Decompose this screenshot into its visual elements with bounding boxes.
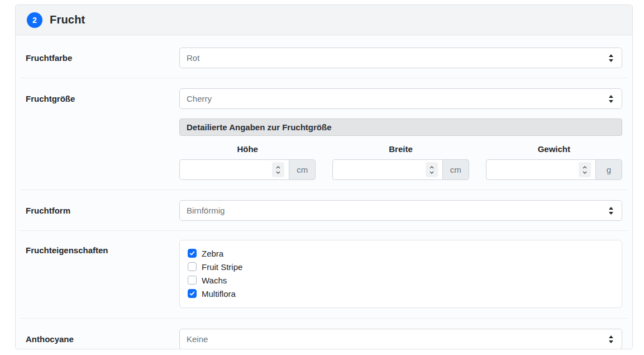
- gewicht-label: Gewicht: [486, 144, 622, 154]
- select-arrows-icon: [608, 94, 614, 103]
- multiflora-checkbox-label: Multiflora: [202, 289, 236, 299]
- gewicht-unit-label: g: [595, 159, 622, 180]
- fruchtfarbe-label: Fruchtfarbe: [26, 48, 179, 63]
- fruchtform-select-value: Birnförmig: [187, 206, 225, 215]
- fruchteigenschaften-panel: Zebra Fruit Stripe: [179, 240, 622, 308]
- form-row-fruchtform: Fruchtform Birnförmig: [20, 190, 628, 230]
- frucht-section-card: 2 Frucht Fruchtfarbe Rot: [15, 4, 633, 349]
- fruit-stripe-checkbox-label: Fruit Stripe: [202, 262, 242, 272]
- detail-col-gewicht: Gewicht: [486, 144, 622, 180]
- checkbox-item-wachs[interactable]: Wachs: [188, 273, 614, 287]
- form-row-fruchtfarbe: Fruchtfarbe Rot: [20, 35, 628, 78]
- breite-label: Breite: [332, 144, 469, 154]
- select-arrows-icon: [608, 54, 614, 63]
- section-header: 2 Frucht: [16, 5, 632, 35]
- hoehe-unit-label: cm: [289, 159, 316, 180]
- check-icon: [189, 290, 195, 297]
- multiflora-checkbox[interactable]: [188, 289, 197, 298]
- form-row-anthocyane: Anthocyane Keine: [20, 318, 628, 349]
- page: 2 Frucht Fruchtfarbe Rot: [0, 0, 644, 355]
- fruchtgroesse-detail-header: Detailierte Angaben zur Fruchtgröße: [179, 119, 622, 136]
- anthocyane-label: Anthocyane: [26, 329, 179, 344]
- fruchteigenschaften-label: Fruchteigenschaften: [26, 240, 179, 255]
- detail-col-hoehe: Höhe: [179, 144, 316, 180]
- fruchtfarbe-select-value: Rot: [187, 53, 199, 63]
- checkbox-item-multiflora[interactable]: Multiflora: [188, 287, 614, 300]
- select-arrows-icon: [608, 335, 614, 344]
- section-body: Fruchtfarbe Rot Fruchtgröße Ch: [16, 35, 632, 349]
- anthocyane-select-value: Keine: [187, 334, 208, 344]
- form-row-fruchtgroesse: Fruchtgröße Cherry Detailierte Angaben z…: [20, 78, 628, 190]
- form-row-fruchteigenschaften: Fruchteigenschaften Zebra: [20, 230, 628, 318]
- wachs-checkbox-label: Wachs: [202, 276, 227, 285]
- number-spinner[interactable]: [426, 162, 438, 177]
- check-icon: [189, 250, 195, 257]
- detail-col-breite: Breite: [332, 144, 469, 180]
- number-spinner[interactable]: [272, 162, 284, 177]
- select-arrows-icon: [608, 206, 614, 215]
- anthocyane-select[interactable]: Keine: [179, 329, 622, 349]
- breite-unit-label: cm: [442, 159, 469, 180]
- hoehe-label: Höhe: [179, 144, 316, 154]
- number-spinner[interactable]: [579, 162, 591, 177]
- fruchtgroesse-label: Fruchtgröße: [26, 88, 179, 104]
- zebra-checkbox-label: Zebra: [202, 249, 223, 258]
- step-number-badge: 2: [27, 12, 42, 28]
- checkbox-item-zebra[interactable]: Zebra: [188, 247, 614, 260]
- fruchtgroesse-detail-grid: Höhe: [179, 144, 622, 180]
- fruchtfarbe-select[interactable]: Rot: [179, 48, 622, 68]
- fruchtform-select[interactable]: Birnförmig: [179, 200, 622, 221]
- fruchtform-label: Fruchtform: [26, 200, 179, 216]
- zebra-checkbox[interactable]: [188, 249, 197, 258]
- fruchtgroesse-select[interactable]: Cherry: [179, 88, 622, 109]
- fruit-stripe-checkbox[interactable]: [188, 262, 197, 271]
- fruchtgroesse-select-value: Cherry: [187, 94, 212, 103]
- wachs-checkbox[interactable]: [188, 276, 197, 285]
- section-title: Frucht: [50, 13, 85, 26]
- checkbox-item-fruit-stripe[interactable]: Fruit Stripe: [188, 260, 614, 273]
